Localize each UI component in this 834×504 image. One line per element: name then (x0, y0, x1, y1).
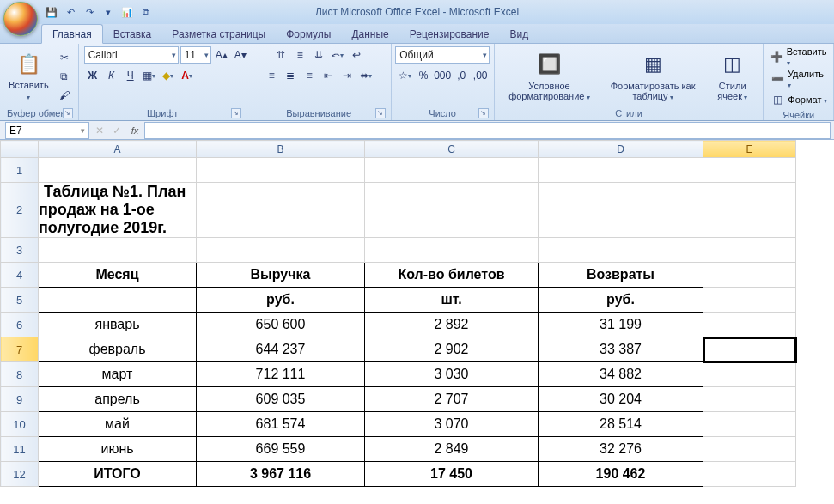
grow-font-icon[interactable]: A▴ (213, 46, 230, 64)
cell-E12[interactable] (703, 462, 796, 487)
format-cells-button[interactable]: ◫Формат (769, 91, 826, 108)
currency-icon[interactable]: ☆ (396, 67, 413, 84)
row-header-3[interactable]: 3 (1, 238, 39, 263)
cell-C9[interactable]: 2 707 (365, 387, 539, 412)
row-header-5[interactable]: 5 (1, 288, 39, 313)
cell-D10[interactable]: 28 514 (539, 412, 703, 437)
tab-data[interactable]: Данные (341, 25, 399, 43)
font-color-button[interactable]: A (179, 67, 196, 84)
tab-view[interactable]: Вид (499, 25, 539, 43)
dec-decimal-icon[interactable]: ,00 (472, 67, 489, 84)
tab-insert[interactable]: Вставка (103, 25, 162, 43)
bold-button[interactable]: Ж (84, 67, 101, 84)
fill-color-button[interactable]: ◆ (160, 67, 177, 84)
cell-A3[interactable] (39, 238, 197, 263)
undo-icon[interactable]: ↶ (64, 5, 77, 19)
number-format-combo[interactable]: Общий (395, 46, 490, 64)
merge-icon[interactable]: ⬌ (357, 67, 374, 84)
shrink-font-icon[interactable]: A▾ (232, 46, 249, 64)
office-button[interactable] (3, 2, 38, 36)
qat-more-icon[interactable]: ▾ (101, 5, 115, 19)
wrap-text-icon[interactable]: ↩ (348, 46, 365, 64)
cell-C10[interactable]: 3 070 (365, 412, 539, 437)
chart-icon[interactable]: 📊 (120, 5, 134, 19)
align-left-icon[interactable]: ≡ (263, 67, 280, 84)
cell-A11[interactable]: июнь (39, 437, 197, 462)
cell-C11[interactable]: 2 849 (365, 437, 539, 462)
cell-E8[interactable] (703, 362, 796, 387)
cell-A9[interactable]: апрель (39, 387, 197, 412)
cell-B8[interactable]: 712 111 (197, 362, 365, 387)
cell-B1[interactable] (197, 158, 365, 183)
cell-B12[interactable]: 3 967 116 (197, 462, 365, 487)
cell-D6[interactable]: 31 199 (539, 313, 703, 337)
cell-E10[interactable] (703, 412, 796, 437)
border-button[interactable]: ▦ (141, 67, 158, 84)
cell-D2[interactable] (539, 183, 703, 238)
indent-dec-icon[interactable]: ⇤ (320, 67, 337, 84)
row-header-7[interactable]: 7 (1, 337, 39, 362)
cell-B7[interactable]: 644 237 (197, 337, 365, 362)
copy-icon[interactable]: ⧉ (56, 68, 73, 85)
col-header-D[interactable]: D (539, 141, 703, 158)
cell-A6[interactable]: январь (39, 313, 197, 337)
row-header-4[interactable]: 4 (1, 263, 39, 288)
clipboard-launcher[interactable]: ↘ (63, 108, 73, 118)
tab-review[interactable]: Рецензирование (399, 25, 500, 43)
select-all-corner[interactable] (1, 141, 39, 158)
cell-D11[interactable]: 32 276 (539, 437, 703, 462)
cell-D7[interactable]: 33 387 (539, 337, 703, 362)
delete-cells-button[interactable]: ➖Удалить (769, 69, 828, 89)
font-name-combo[interactable]: Calibri (84, 46, 179, 64)
cell-A2[interactable]: Таблица №1. План продаж на 1-ое полугоди… (39, 183, 197, 238)
paste-button[interactable]: 📋 Вставить (5, 49, 52, 104)
cell-B10[interactable]: 681 574 (197, 412, 365, 437)
name-box[interactable]: E7 (5, 122, 89, 139)
cell-E3[interactable] (703, 238, 796, 263)
redo-icon[interactable]: ↷ (82, 5, 96, 19)
underline-button[interactable]: Ч (122, 67, 139, 84)
row-header-9[interactable]: 9 (1, 387, 39, 412)
conditional-formatting-button[interactable]: 🔲Условное форматирование (500, 50, 600, 104)
cell-C3[interactable] (365, 238, 539, 263)
cell-B4[interactable]: Выручка (197, 263, 365, 288)
cell-E9[interactable] (703, 387, 796, 412)
cell-D12[interactable]: 190 462 (539, 462, 703, 487)
row-header-12[interactable]: 12 (1, 462, 39, 487)
cell-D3[interactable] (539, 238, 703, 263)
cell-E5[interactable] (703, 288, 796, 313)
orientation-icon[interactable]: ⤺ (329, 46, 346, 64)
align-middle-icon[interactable]: ≡ (291, 46, 308, 64)
cell-A7[interactable]: февраль (39, 337, 197, 362)
align-right-icon[interactable]: ≡ (301, 67, 318, 84)
cell-E2[interactable] (703, 183, 796, 238)
cancel-icon[interactable]: ✕ (91, 122, 108, 139)
cell-A12[interactable]: ИТОГО (39, 462, 197, 487)
cell-E4[interactable] (703, 263, 796, 288)
cell-B11[interactable]: 669 559 (197, 437, 365, 462)
col-header-C[interactable]: C (365, 141, 539, 158)
cell-E11[interactable] (703, 437, 796, 462)
cell-C4[interactable]: Кол-во билетов (365, 263, 539, 288)
cell-A10[interactable]: май (39, 412, 197, 437)
comma-icon[interactable]: 000 (434, 67, 451, 84)
cell-E6[interactable] (703, 313, 796, 337)
cell-B6[interactable]: 650 600 (197, 313, 365, 337)
align-bottom-icon[interactable]: ⇊ (310, 46, 327, 64)
cell-A5[interactable] (39, 288, 197, 313)
percent-icon[interactable]: % (415, 67, 432, 84)
cell-B9[interactable]: 609 035 (197, 387, 365, 412)
pivot-icon[interactable]: ⧉ (139, 5, 153, 19)
insert-cells-button[interactable]: ➕Вставить (769, 46, 828, 67)
font-size-combo[interactable]: 11 (180, 46, 211, 64)
cell-A1[interactable] (39, 158, 197, 183)
cell-styles-button[interactable]: ◫Стили ячеек (707, 50, 758, 104)
italic-button[interactable]: К (103, 67, 120, 84)
cell-C8[interactable]: 3 030 (365, 362, 539, 387)
cell-B3[interactable] (197, 238, 365, 263)
cell-C5[interactable]: шт. (365, 288, 539, 313)
cell-D1[interactable] (539, 158, 703, 183)
cell-A8[interactable]: март (39, 362, 197, 387)
save-icon[interactable]: 💾 (45, 5, 58, 19)
align-launcher[interactable]: ↘ (375, 108, 386, 118)
